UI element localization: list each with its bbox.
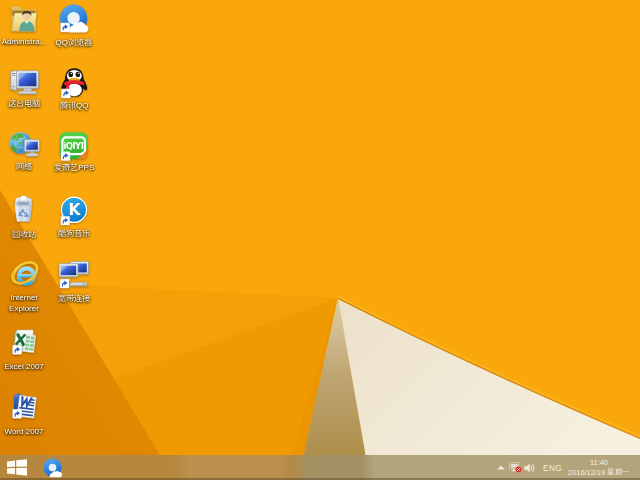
broadband-icon (58, 259, 90, 289)
excel-icon (10, 328, 38, 356)
recycle-bin-icon (10, 194, 38, 223)
icon-label: Excel 2007 (4, 362, 44, 373)
desktop-icon-iqiyi-pps[interactable]: iQIYI PPS (42, 131, 106, 173)
icon-label: QQ (55, 38, 92, 49)
icon-label: Administra... (2, 37, 46, 48)
desktop-icon-broadband[interactable] (42, 259, 106, 304)
clock-time: 11:40 (566, 458, 632, 468)
clock-date: 2016/12/19 (566, 468, 632, 478)
iqiyi-logo-text: iQIYI (63, 141, 83, 151)
icon-label: Word 2007 (5, 427, 44, 438)
icon-label (8, 99, 41, 110)
desktop-icon-excel-2007[interactable]: Excel 2007 (0, 328, 56, 373)
word-icon (10, 392, 38, 420)
volume-icon[interactable] (524, 455, 536, 480)
desktop-icon-tencent-qq[interactable]: QQ (42, 67, 106, 111)
taskbar: ENG 11:40 2016/12/19 (0, 455, 640, 480)
kugou-icon: K (59, 196, 89, 226)
taskbar-clock[interactable]: 11:40 2016/12/19 (566, 458, 632, 477)
network-status-icon[interactable] (509, 455, 522, 480)
desktop-icon-word-2007[interactable]: Word 2007 (0, 392, 56, 438)
desktop: Administra... QQ QQ (0, 0, 640, 480)
kugou-logo-text: K (68, 201, 81, 219)
iqiyi-icon: iQIYI (59, 131, 89, 161)
icon-label (12, 230, 37, 241)
icon-label (16, 162, 32, 173)
language-indicator[interactable]: ENG (543, 463, 562, 473)
qq-browser-taskbar-icon (42, 458, 63, 478)
speaker-icon (524, 463, 536, 473)
taskbar-qq-browser[interactable] (40, 455, 64, 480)
internet-explorer-icon (8, 259, 40, 288)
user-folder-icon (10, 4, 38, 32)
chevron-up-icon (497, 465, 505, 470)
start-button[interactable] (0, 455, 38, 480)
icon-label: PPS (54, 163, 95, 174)
desktop-icon-qq-browser[interactable]: QQ (42, 4, 106, 48)
windows-logo-icon (7, 459, 27, 476)
icon-label (58, 229, 91, 240)
tencent-qq-icon (59, 67, 89, 99)
icon-label (58, 294, 91, 305)
network-globe-icon (8, 131, 40, 159)
qq-browser-icon (59, 4, 89, 33)
desktop-icon-kugou-music[interactable]: K (42, 196, 106, 239)
icon-label: QQ (60, 101, 89, 112)
computer-icon (8, 68, 40, 96)
network-disconnected-icon (509, 462, 522, 473)
system-tray: ENG 11:40 2016/12/19 (497, 455, 640, 480)
show-hidden-icons-button[interactable] (497, 455, 505, 480)
